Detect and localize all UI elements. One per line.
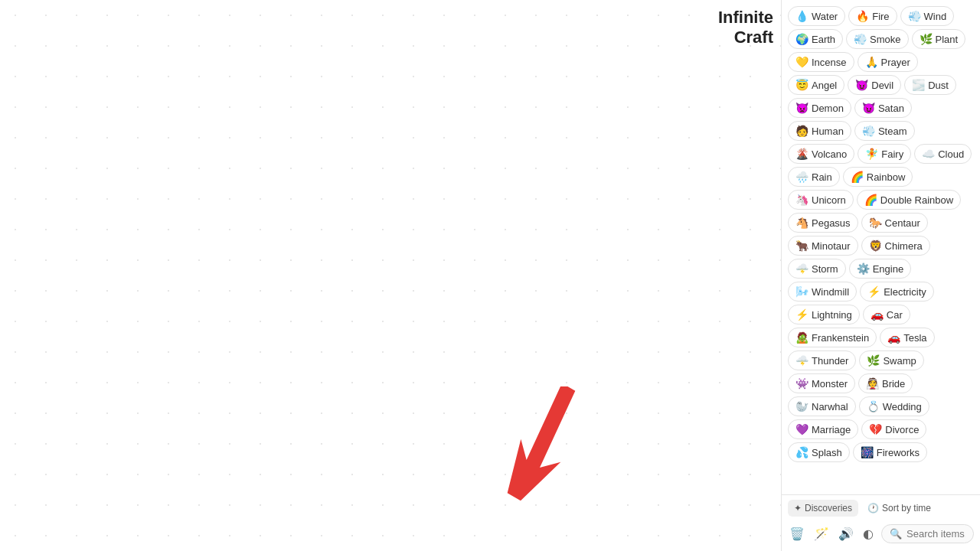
app-logo: Infinite Craft: [718, 8, 773, 48]
trash-button[interactable]: 🗑️: [788, 525, 806, 543]
list-item[interactable]: 🔥Fire: [848, 6, 897, 26]
item-label: Bride: [882, 378, 905, 390]
list-item[interactable]: 🌍Earth: [788, 29, 843, 49]
item-emoji: 😈: [862, 102, 875, 114]
list-item[interactable]: 🌿Plant: [912, 29, 966, 49]
item-label: Fireworks: [877, 447, 920, 458]
list-item[interactable]: 💔Divorce: [861, 419, 926, 439]
list-item[interactable]: 🌿Swamp: [859, 350, 923, 370]
tab-discoveries[interactable]: ✦ Discoveries: [788, 500, 858, 517]
list-item[interactable]: 👰Bride: [858, 373, 913, 393]
item-emoji: 💍: [867, 400, 880, 412]
item-label: Incense: [812, 57, 847, 68]
item-label: Plant: [936, 34, 959, 45]
item-emoji: 🌬️: [795, 285, 808, 298]
list-item[interactable]: 🧟Frankenstein: [788, 328, 877, 347]
item-label: Unicorn: [812, 194, 846, 206]
list-item[interactable]: 🦭Narwhal: [788, 396, 856, 416]
item-emoji: 🙏: [865, 56, 878, 68]
list-item[interactable]: 💍Wedding: [859, 396, 929, 416]
list-item[interactable]: 🌫️Dust: [904, 75, 956, 95]
list-item[interactable]: 👾Monster: [788, 373, 855, 393]
list-item[interactable]: 🌋Volcano: [788, 144, 854, 164]
item-label: Car: [887, 309, 903, 321]
item-label: Frankenstein: [812, 332, 869, 344]
item-emoji: 😈: [855, 79, 868, 91]
search-icon: 🔍: [890, 528, 902, 540]
item-emoji: 🐂: [795, 240, 808, 252]
list-item[interactable]: 🐎Centaur: [861, 213, 928, 233]
item-label: Water: [812, 11, 838, 22]
item-label: Smoke: [870, 34, 900, 45]
list-item[interactable]: 💨Smoke: [846, 29, 908, 49]
item-label: Demon: [812, 103, 844, 114]
red-arrow: [505, 386, 597, 509]
list-item[interactable]: 🌧️Rain: [788, 167, 840, 187]
list-item[interactable]: 🐴Pegasus: [788, 213, 858, 233]
item-emoji: 🌩️: [795, 354, 808, 367]
item-label: Prayer: [881, 57, 910, 68]
items-list[interactable]: 💧Water🔥Fire💨Wind🌍Earth💨Smoke🌿Plant💛Incen…: [782, 0, 980, 494]
item-emoji: 🧑: [795, 125, 808, 137]
list-item[interactable]: 🚗Tesla: [880, 328, 934, 347]
footer-tabs: ✦ Discoveries 🕐 Sort by time: [788, 500, 974, 517]
list-item[interactable]: 🌬️Windmill: [788, 282, 857, 302]
theme-button[interactable]: ◐: [861, 525, 875, 543]
item-label: Pegasus: [812, 217, 851, 229]
list-item[interactable]: 💨Wind: [900, 6, 955, 26]
item-label: Storm: [812, 263, 838, 275]
list-item[interactable]: 💧Water: [788, 6, 845, 26]
item-label: Dust: [928, 80, 949, 91]
list-item[interactable]: 👿Demon: [788, 98, 851, 118]
list-item[interactable]: 😈Devil: [848, 75, 901, 95]
item-label: Fire: [872, 11, 889, 22]
list-item[interactable]: 💜Marriage: [788, 419, 858, 439]
item-label: Steam: [878, 126, 907, 137]
search-input[interactable]: [906, 528, 965, 540]
item-emoji: 💧: [795, 10, 808, 22]
item-label: Lightning: [812, 309, 852, 321]
list-item[interactable]: ⚡Electricity: [860, 282, 934, 302]
list-item[interactable]: 🦁Chimera: [861, 236, 930, 256]
item-label: Centaur: [885, 217, 920, 229]
tab-sort-by-time[interactable]: 🕐 Sort by time: [861, 500, 937, 517]
item-emoji: 🚗: [871, 308, 884, 321]
item-emoji: ⚡: [795, 308, 808, 321]
list-item[interactable]: ☁️Cloud: [914, 144, 972, 164]
list-item[interactable]: 🌩️Thunder: [788, 350, 856, 370]
list-item[interactable]: 🐂Minotaur: [788, 236, 858, 256]
craft-canvas[interactable]: Infinite Craft: [0, 0, 781, 551]
item-emoji: ⚙️: [857, 262, 870, 275]
list-item[interactable]: 🌩️Storm: [788, 259, 846, 279]
item-emoji: 💛: [795, 56, 808, 68]
item-emoji: 💔: [869, 423, 882, 435]
item-label: Fairy: [881, 148, 903, 160]
list-item[interactable]: 🎆Fireworks: [853, 442, 927, 462]
list-item[interactable]: 🌈Rainbow: [843, 167, 913, 187]
sidebar: 💧Water🔥Fire💨Wind🌍Earth💨Smoke🌿Plant💛Incen…: [781, 0, 980, 551]
list-item[interactable]: 😇Angel: [788, 75, 844, 95]
item-label: Monster: [812, 378, 848, 390]
list-item[interactable]: 💛Incense: [788, 52, 854, 72]
list-item[interactable]: 🚗Car: [863, 305, 910, 324]
list-item[interactable]: ⚡Lightning: [788, 305, 860, 324]
list-item[interactable]: 🧚Fairy: [858, 144, 911, 164]
item-emoji: 💨: [862, 125, 875, 137]
search-box[interactable]: 🔍: [881, 524, 974, 543]
list-item[interactable]: 💨Steam: [854, 121, 915, 141]
list-item[interactable]: 🧑Human: [788, 121, 851, 141]
list-item[interactable]: 💦Splash: [788, 442, 850, 462]
list-item[interactable]: 🌈Double Rainbow: [857, 190, 961, 210]
item-emoji: 🌿: [867, 354, 880, 367]
list-item[interactable]: ⚙️Engine: [849, 259, 911, 279]
item-emoji: 🌍: [795, 33, 808, 45]
item-label: Splash: [812, 447, 842, 458]
wand-button[interactable]: 🪄: [812, 525, 831, 543]
item-label: Angel: [812, 80, 837, 91]
item-label: Divorce: [885, 424, 919, 435]
item-emoji: 🦄: [795, 194, 808, 206]
list-item[interactable]: 😈Satan: [854, 98, 912, 118]
sound-button[interactable]: 🔊: [837, 525, 855, 543]
list-item[interactable]: 🙏Prayer: [858, 52, 918, 72]
list-item[interactable]: 🦄Unicorn: [788, 190, 854, 210]
